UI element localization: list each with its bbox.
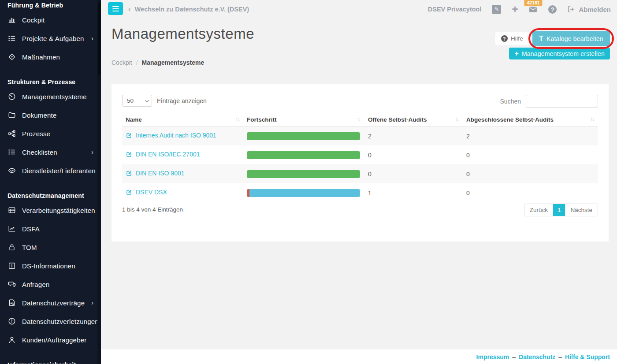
sidebar-item-datenschutzverletzungen[interactable]: Datenschutzverletzungen [0,312,101,331]
flow-icon [7,129,16,138]
sidebar-item-prozesse[interactable]: Prozesse [0,124,101,143]
sidebar-item-verarbeitungstätigkeiten[interactable]: Verarbeitungstätigkeiten [0,201,101,219]
sidebar-item-label: Checklisten [22,149,57,156]
column-label: Offene Selbst-Audits [368,116,427,123]
logout-button[interactable]: Abmelden [567,5,611,13]
sidebar-item-datenschutzverträge[interactable]: Datenschutzverträge› [0,293,101,312]
breadcrumb-cockpit[interactable]: Cockpit [112,59,132,66]
text-format-icon: T [539,35,543,43]
table-row: DIN EN ISO 900100 [122,164,598,183]
edit-icon [126,151,132,158]
sidebar-item-anfragen[interactable]: Anfragen [0,275,101,293]
sidebar-item-label: Datenschutzverletzungen [22,318,99,325]
plus-icon[interactable]: + [512,4,518,15]
row-name: DIN EN ISO 9001 [136,170,185,177]
sidebar-item-managementsysteme[interactable]: Managementsysteme [0,87,101,106]
management-systems-table: Name↑↓Fortschritt↑↓Offene Selbst-Audits↑… [122,113,598,202]
pagination-prev-button[interactable]: Zurück [524,204,553,216]
sidebar-section: DatenschutzmanagementVerarbeitungstätigk… [0,191,101,349]
footer-link-impressum[interactable]: Impressum [476,353,509,360]
sidebar-item-dokumente[interactable]: Dokumente [0,106,101,124]
progress-bar [247,189,360,197]
sidebar-item-ds-informationen[interactable]: DS-Informationen [0,256,101,275]
progress-bar [247,132,360,140]
closed-audits-value: 0 [463,152,598,159]
edit-icon [126,189,132,196]
lock-icon [7,243,16,252]
sidebar-section-title: Informationssicherheit [0,360,101,364]
sidebar-item-cockpit[interactable]: Cockpit [0,11,101,29]
sidebar-item-label: DS-Informationen [22,262,75,270]
sidebar-item-label: Managementsysteme [22,93,87,100]
column-header-name[interactable]: Name↑↓ [122,113,243,126]
column-header-abgeschlossene-selbst-audits[interactable]: Abgeschlossene Selbst-Audits↑↓ [463,113,598,126]
sort-icon: ↑↓ [455,116,459,123]
checklist-icon [7,148,16,156]
sidebar-item-projekte-aufgaben[interactable]: Projekte & Aufgaben› [0,29,101,48]
menu-toggle-button[interactable] [108,2,123,15]
closed-audits-value: 2 [463,133,598,140]
column-label: Fortschritt [247,116,277,123]
column-header-fortschritt[interactable]: Fortschritt↑↓ [243,113,364,126]
table-header-row: Name↑↓Fortschritt↑↓Offene Selbst-Audits↑… [122,113,598,126]
mail-button[interactable]: 42161 [528,5,538,14]
sidebar-item-maßnahmen[interactable]: Maßnahmen [0,48,101,66]
row-link-internes-audit-nach-iso-9001[interactable]: Internes Audit nach ISO 9001 [126,132,216,139]
sidebar-item-kunden-auftraggeber[interactable]: Kunden/Auftraggeber [0,331,101,349]
breadcrumb: Cockpit / Managementsysteme [112,59,204,66]
notification-badge: 42161 [524,0,542,6]
column-header-offene-selbst-audits[interactable]: Offene Selbst-Audits↑↓ [364,113,463,126]
info-square-icon [7,261,16,270]
page-length-select[interactable]: 50 [122,95,152,107]
folder-icon [7,111,16,119]
chat-icon [7,280,16,289]
row-name: Internes Audit nach ISO 9001 [136,132,216,139]
row-link-din-en-iso-9001[interactable]: DIN EN ISO 9001 [126,170,185,177]
sidebar-section-title: Führung & Betrieb [0,1,101,10]
switch-account-link[interactable]: ‹ Wechseln zu Datenschutz e.V. (DSEV) [128,0,249,19]
sidebar-item-label: Dienstleister/Lieferanten [22,167,96,175]
sidebar-item-label: Anfragen [22,281,49,288]
page-title: Managementsysteme [112,26,254,42]
help-circle-icon[interactable]: ? [548,5,557,14]
progress-segment [247,170,360,178]
sidebar-section: Informationssicherheit [0,360,101,364]
sidebar-scrollbar-thumb[interactable] [98,3,100,75]
sidebar-section: Strukturen & ProzesseManagementsystemeDo… [0,78,101,180]
sidebar-item-label: Cockpit [22,16,45,24]
sidebar-scrollbar[interactable] [97,0,101,364]
open-audits-value: 1 [364,189,463,197]
sidebar-item-dienstleister-lieferanten[interactable]: Dienstleister/Lieferanten [0,161,101,180]
gauge-icon [7,92,16,101]
sidebar-section-title: Strukturen & Prozesse [0,78,101,86]
row-link-dsev-dsx[interactable]: DSEV DSX [126,189,167,196]
sidebar-item-tom[interactable]: TOM [0,238,101,256]
progress-segment [249,189,360,197]
sidebar-section-title: Datenschutzmanagement [0,191,101,200]
create-management-system-button[interactable]: + Managementsystem erstellen [509,48,610,59]
sidebar-item-label: Kunden/Auftraggeber [22,336,86,344]
sidebar-item-checklisten[interactable]: Checklisten› [0,143,101,161]
footer-separator: – [512,353,516,360]
question-icon: ? [501,35,508,42]
footer-link-hilfe-support[interactable]: Hilfe & Support [565,353,610,360]
footer-link-datenschutz[interactable]: Datenschutz [519,353,555,360]
edit-square-icon[interactable]: ✎ [492,5,501,14]
task-list-icon [7,34,16,43]
sidebar-nav: Führung & BetriebCockpitProjekte & Aufga… [0,1,101,364]
sidebar-item-label: Prozesse [22,130,50,137]
person-icon [7,335,16,344]
sidebar-item-dsfa[interactable]: DSFA [0,219,101,238]
pagination-next-button[interactable]: Nächste [565,204,598,216]
chevron-right-icon: › [91,35,93,41]
search-input[interactable] [526,95,598,108]
edit-catalogs-button[interactable]: T Kataloge bearbeiten [532,31,610,46]
logout-icon [567,5,575,13]
chart-line-icon [7,224,16,233]
table-row: Internes Audit nach ISO 900122 [122,126,598,145]
sidebar-section: Führung & BetriebCockpitProjekte & Aufga… [0,1,101,66]
table-row: DSEV DSX10 [122,183,598,202]
help-button[interactable]: ? Hilfe [495,32,529,45]
row-link-din-en-iso-iec-27001[interactable]: DIN EN ISO/IEC 27001 [126,151,200,158]
pagination-page-1[interactable]: 1 [553,204,565,216]
